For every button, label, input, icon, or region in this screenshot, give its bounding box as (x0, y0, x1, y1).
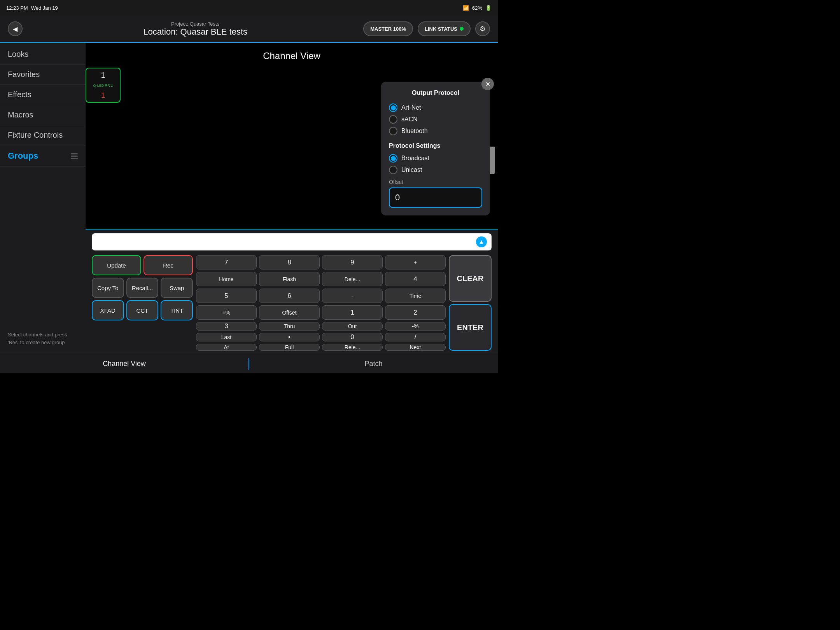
sidebar-item-fixture-controls[interactable]: Fixture Controls (0, 125, 86, 145)
cct-button[interactable]: CCT (126, 300, 159, 320)
status-right: 📶 62% 🔋 (463, 5, 492, 11)
protocol-panel-title: Output Protocol (389, 89, 482, 96)
numpad-3[interactable]: 3 (196, 322, 257, 331)
keypad-rows: Update Rec Copy To Recall... Swap XFAD C… (92, 255, 492, 351)
copy-to-button[interactable]: Copy To (92, 278, 124, 298)
sidebar-macros-label: Macros (8, 110, 33, 119)
numpad-0[interactable]: 0 (322, 333, 383, 341)
project-label: Project: Quasar Tests (143, 21, 247, 27)
numpad-at[interactable]: At (196, 344, 257, 351)
sidebar-help-text: Select channels and press 'Rec' to creat… (0, 323, 86, 354)
broadcast-radio[interactable]: Broadcast (389, 152, 482, 164)
numpad-minus[interactable]: - (322, 289, 383, 303)
numpad-flash[interactable]: Flash (259, 272, 320, 286)
numpad-7[interactable]: 7 (196, 255, 257, 270)
artnet-radio-inner (391, 105, 396, 110)
numpad-rele[interactable]: Rele... (322, 344, 383, 351)
link-status-label: LINK STATUS (425, 26, 457, 32)
battery-icon: 🔋 (485, 5, 492, 11)
header-left: ◀ (8, 21, 27, 36)
master-button[interactable]: MASTER 100% (363, 21, 413, 36)
unicast-radio[interactable]: Unicast (389, 164, 482, 176)
wifi-icon: 📶 (463, 5, 469, 11)
sidebar-item-favorites[interactable]: Favorites (0, 65, 86, 85)
header-center: Project: Quasar Tests Location: Quasar B… (143, 21, 247, 37)
tint-button[interactable]: TINT (161, 300, 193, 320)
xfad-button[interactable]: XFAD (92, 300, 124, 320)
numpad-time[interactable]: Time (385, 289, 446, 303)
sidebar-groups-label: Groups (8, 151, 38, 161)
tab-patch[interactable]: Patch (249, 355, 498, 373)
panel-close-button[interactable]: ✕ (481, 78, 494, 90)
broadcast-label: Broadcast (401, 155, 429, 162)
sidebar-item-macros[interactable]: Macros (0, 105, 86, 125)
numpad-9[interactable]: 9 (322, 255, 383, 270)
unicast-label: Unicast (401, 166, 422, 173)
keypad-area: ▲ Update Rec Copy To Recall... Swap (86, 229, 498, 354)
location-label: Location: Quasar BLE tests (143, 27, 247, 37)
numpad-5[interactable]: 5 (196, 289, 257, 303)
numpad-pct-minus[interactable]: -% (385, 322, 446, 331)
settings-button[interactable]: ⚙ (475, 21, 490, 36)
status-bar: 12:23 PM Wed Jan 19 📶 62% 🔋 (0, 0, 498, 16)
swap-button[interactable]: Swap (161, 278, 193, 298)
left-row1: Update Rec (92, 255, 193, 275)
bluetooth-radio[interactable]: Bluetooth (389, 125, 482, 137)
bluetooth-label: Bluetooth (401, 128, 428, 135)
numpad-dele[interactable]: Dele... (322, 272, 383, 286)
broadcast-radio-circle (389, 154, 397, 163)
close-icon: ✕ (485, 80, 490, 88)
sacn-radio[interactable]: sACN (389, 114, 482, 125)
sidebar: Looks Favorites Effects Macros Fixture C… (0, 43, 86, 354)
tab-patch-label: Patch (364, 360, 382, 368)
bluetooth-radio-circle (389, 127, 397, 135)
display-up-icon: ▲ (478, 238, 485, 245)
sidebar-item-effects[interactable]: Effects (0, 85, 86, 105)
settings-radio-group: Broadcast Unicast (389, 152, 482, 176)
numpad-2[interactable]: 2 (385, 305, 446, 320)
sidebar-item-groups[interactable]: Groups (0, 145, 86, 167)
output-protocol-panel: ✕ Output Protocol Art-Net sACN Bluetooth (381, 82, 490, 215)
update-button[interactable]: Update (92, 255, 141, 275)
artnet-radio[interactable]: Art-Net (389, 102, 482, 114)
master-label: MASTER 100% (370, 26, 406, 32)
numpad-next[interactable]: Next (385, 344, 446, 351)
numpad-1[interactable]: 1 (322, 305, 383, 320)
header-right: MASTER 100% LINK STATUS ⚙ (363, 21, 490, 36)
numpad-home[interactable]: Home (196, 272, 257, 286)
sidebar-favorites-label: Favorites (8, 70, 40, 79)
recall-button[interactable]: Recall... (126, 278, 159, 298)
numpad-out[interactable]: Out (322, 322, 383, 331)
back-button[interactable]: ◀ (8, 21, 23, 36)
unicast-radio-circle (389, 166, 397, 174)
fixture-cell[interactable]: 1 Q-LED RR 1 1 (86, 68, 121, 103)
protocol-settings-title: Protocol Settings (389, 142, 482, 149)
numpad-full[interactable]: Full (259, 344, 320, 351)
rec-button[interactable]: Rec (144, 255, 193, 275)
numpad-6[interactable]: 6 (259, 289, 320, 303)
numpad-pct-plus[interactable]: +% (196, 305, 257, 320)
numpad-4[interactable]: 4 (385, 272, 446, 286)
offset-input[interactable] (389, 187, 482, 208)
channel-view-title: Channel View (86, 43, 498, 68)
display-up-circle: ▲ (476, 236, 487, 247)
numpad-offset[interactable]: Offset (259, 305, 320, 320)
fixture-name: Q-LED RR 1 (93, 84, 113, 88)
numpad-grid: 7 8 9 + Home Flash Dele... 4 5 6 - Time … (196, 255, 446, 351)
numpad-plus[interactable]: + (385, 255, 446, 270)
battery-display: 62% (472, 5, 482, 11)
enter-button[interactable]: ENTER (449, 304, 492, 351)
tab-channel-view[interactable]: Channel View (0, 355, 248, 373)
numpad-slash[interactable]: / (385, 333, 446, 341)
numpad-8[interactable]: 8 (259, 255, 320, 270)
numpad-dot[interactable]: • (259, 333, 320, 341)
main-content: Looks Favorites Effects Macros Fixture C… (0, 43, 498, 354)
clear-button[interactable]: CLEAR (449, 255, 492, 302)
numpad-last[interactable]: Last (196, 333, 257, 341)
fixture-channel: 1 (101, 91, 105, 100)
numpad-thru[interactable]: Thru (259, 322, 320, 331)
sidebar-item-looks[interactable]: Looks (0, 44, 86, 65)
tab-channel-view-label: Channel View (103, 360, 146, 368)
link-status-button[interactable]: LINK STATUS (418, 21, 471, 36)
offset-label: Offset (389, 179, 482, 185)
